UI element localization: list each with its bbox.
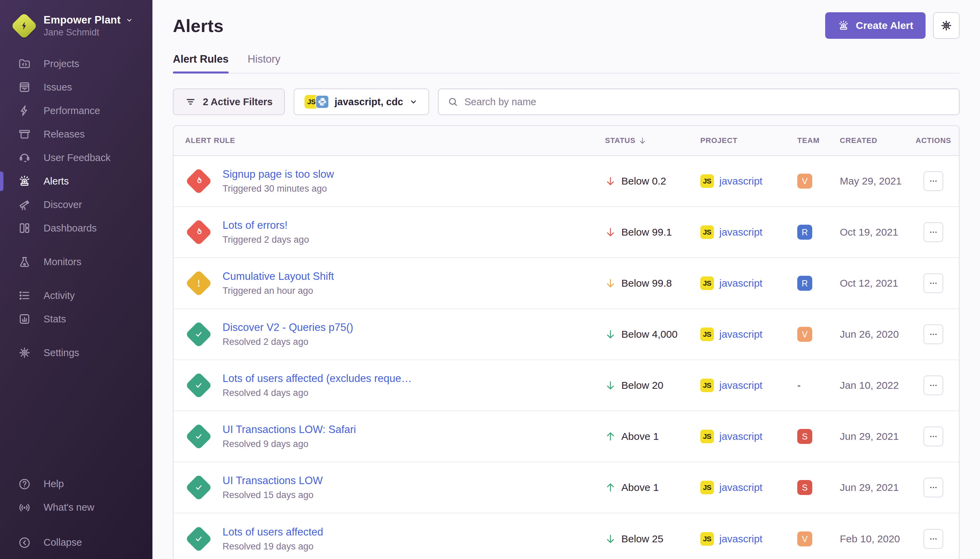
sidebar-collapse-button[interactable]: Collapse [0,531,152,554]
sidebar-item-settings[interactable]: Settings [0,341,152,365]
sidebar-item-projects[interactable]: Projects [0,52,152,76]
created-date: Jan 10, 2022 [830,380,908,391]
tab-bar: Alert Rules History [173,53,960,74]
projects-icon [18,57,31,71]
alert-rule-link[interactable]: Lots of users affected (excludes reque… [223,372,412,385]
alert-rule-link[interactable]: Lots of users affected [223,526,323,538]
column-header-created[interactable]: Created [830,136,908,145]
sentry-org-logo-icon [13,15,35,37]
sidebar-footer: Help What's new Collapse [0,472,152,559]
sidebar-item-label: User Feedback [44,152,111,164]
team-avatar: V [797,327,812,342]
sidebar-item-user-feedback[interactable]: User Feedback [0,146,152,170]
platform-badges: JS [305,95,329,109]
project-filter-dropdown[interactable]: JS javascript, cdc [294,89,429,115]
sidebar-item-label: Collapse [44,537,82,548]
row-actions-button[interactable] [924,427,943,446]
sidebar-item-whats-new[interactable]: What's new [0,496,152,519]
sidebar-item-help[interactable]: Help [0,472,152,496]
search-input[interactable] [464,96,950,108]
sidebar-item-alerts[interactable]: Alerts [0,170,152,193]
ellipsis-icon [929,227,938,237]
project-link[interactable]: javascript [719,175,762,187]
tab-alert-rules[interactable]: Alert Rules [173,53,229,73]
arrow-down-icon [605,227,616,238]
sidebar-item-dashboards[interactable]: Dashboards [0,217,152,240]
sidebar-item-releases[interactable]: Releases [0,122,152,146]
status-value: Below 20 [621,380,663,391]
table-row: Discover V2 - Queries p75() Resolved 2 d… [173,309,959,360]
column-header-status[interactable]: Status [595,136,690,145]
alert-rule-link[interactable]: UI Transactions LOW [223,475,323,487]
alert-rule-detail: Resolved 19 days ago [223,541,323,552]
sidebar-item-label: Stats [44,314,66,325]
team-avatar: V [797,174,812,189]
alert-rule-detail: Triggered 30 minutes ago [223,184,334,194]
arrow-up-icon [605,482,616,493]
row-actions-button[interactable] [924,324,943,344]
active-filters-button[interactable]: 2 Active Filters [173,89,285,115]
row-actions-button[interactable] [924,171,943,191]
row-actions-button[interactable] [924,273,943,293]
alert-rule-link[interactable]: Lots of errors! [223,219,309,232]
project-link[interactable]: javascript [719,278,762,289]
table-row: Cumulative Layout Shift Triggered an hou… [173,258,959,309]
table-row: Lots of users affected Resolved 19 days … [173,513,959,559]
warning-alert-icon [185,270,212,296]
alert-rule-link[interactable]: Cumulative Layout Shift [223,270,334,283]
sidebar-item-issues[interactable]: Issues [0,76,152,99]
javascript-badge-icon: JS [700,481,714,495]
project-link[interactable]: javascript [719,533,762,545]
column-header-team[interactable]: Team [787,136,830,145]
telescope-icon [18,198,31,212]
org-switcher[interactable]: Empower Plant Jane Schmidt [0,0,152,38]
alert-settings-button[interactable] [933,12,960,39]
create-alert-button[interactable]: Create Alert [825,12,926,39]
create-alert-label: Create Alert [856,20,913,31]
tab-history[interactable]: History [248,53,280,73]
alert-rule-link[interactable]: Discover V2 - Queries p75() [223,321,353,334]
created-date: Oct 12, 2021 [830,278,908,289]
critical-alert-icon [185,218,212,245]
sidebar-item-performance[interactable]: Performance [0,99,152,122]
row-actions-button[interactable] [924,222,943,242]
sidebar-item-monitors[interactable]: Monitors [0,250,152,274]
status-value: Below 0.2 [621,175,666,187]
sidebar-item-label: Settings [44,347,79,359]
main-content: Alerts Create Alert Alert Rules History … [152,0,980,559]
ellipsis-icon [929,432,938,441]
arrow-down-icon [605,278,616,289]
sidebar-item-label: Alerts [44,176,69,187]
javascript-badge-icon: JS [700,174,714,188]
sidebar-item-label: Performance [44,105,100,116]
column-header-project[interactable]: Project [690,136,787,145]
user-feedback-icon [18,151,31,164]
alert-rule-link[interactable]: UI Transactions LOW: Safari [223,423,356,436]
sidebar-item-label: Discover [44,199,82,210]
row-actions-button[interactable] [924,529,943,549]
project-link[interactable]: javascript [719,482,762,493]
search-box [438,89,960,115]
column-header-alert-rule[interactable]: Alert Rule [173,136,595,145]
created-date: Feb 10, 2020 [830,533,908,545]
sidebar-item-discover[interactable]: Discover [0,193,152,217]
sidebar-item-label: Releases [44,129,85,140]
project-link[interactable]: javascript [719,227,762,238]
arrow-up-icon [605,431,616,442]
project-link[interactable]: javascript [719,431,762,442]
sidebar-item-stats[interactable]: Stats [0,308,152,331]
python-badge-icon [315,95,329,109]
javascript-badge-icon: JS [700,430,714,443]
sidebar-item-activity[interactable]: Activity [0,284,152,308]
row-actions-button[interactable] [924,375,943,395]
resolved-alert-icon [185,423,212,450]
project-link[interactable]: javascript [719,380,762,391]
resolved-alert-icon [185,525,212,552]
sidebar-item-label: Issues [44,82,72,93]
alert-rule-link[interactable]: Signup page is too slow [223,168,334,180]
siren-icon [837,20,850,31]
project-link[interactable]: javascript [719,329,762,340]
project-filter-value: javascript, cdc [335,96,403,108]
row-actions-button[interactable] [924,478,943,498]
ellipsis-icon [929,380,938,390]
